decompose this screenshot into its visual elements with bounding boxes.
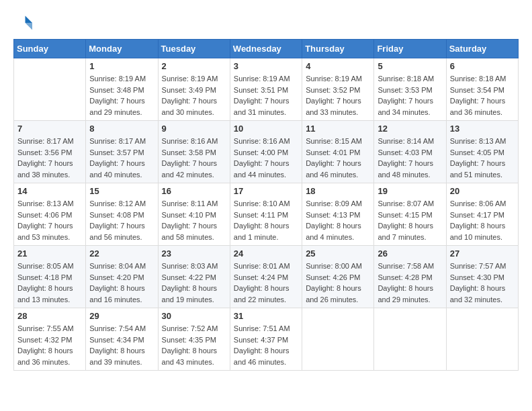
day-info: Sunrise: 8:18 AMSunset: 3:54 PMDaylight:… — [450, 73, 515, 118]
day-info: Sunrise: 8:14 AMSunset: 4:03 PMDaylight:… — [378, 136, 442, 180]
day-number: 3 — [234, 61, 298, 71]
day-number: 22 — [89, 248, 154, 259]
day-number: 28 — [17, 311, 82, 321]
calendar-cell: 22Sunrise: 8:04 AMSunset: 4:20 PMDayligh… — [86, 246, 158, 308]
day-info: Sunrise: 8:13 AMSunset: 4:06 PMDaylight:… — [17, 198, 82, 242]
day-info: Sunrise: 7:54 AMSunset: 4:34 PMDaylight:… — [89, 323, 154, 367]
calendar-cell: 2Sunrise: 8:19 AMSunset: 3:49 PMDaylight… — [158, 58, 230, 121]
calendar-cell: 19Sunrise: 8:07 AMSunset: 4:15 PMDayligh… — [374, 183, 446, 246]
logo-icon — [13, 13, 32, 32]
day-number: 1 — [89, 61, 154, 71]
calendar-cell: 14Sunrise: 8:13 AMSunset: 4:06 PMDayligh… — [14, 183, 86, 246]
calendar-cell: 21Sunrise: 8:05 AMSunset: 4:18 PMDayligh… — [14, 246, 86, 308]
day-info: Sunrise: 8:16 AMSunset: 4:00 PMDaylight:… — [234, 136, 298, 180]
day-number: 5 — [378, 61, 442, 71]
day-number: 19 — [378, 186, 442, 196]
calendar-cell: 8Sunrise: 8:17 AMSunset: 3:57 PMDaylight… — [86, 121, 158, 183]
day-number: 6 — [450, 61, 515, 71]
calendar-cell: 9Sunrise: 8:16 AMSunset: 3:58 PMDaylight… — [158, 121, 230, 183]
day-info: Sunrise: 8:17 AMSunset: 3:56 PMDaylight:… — [17, 136, 82, 180]
day-number: 31 — [234, 311, 298, 321]
calendar-cell: 4Sunrise: 8:19 AMSunset: 3:52 PMDaylight… — [302, 58, 374, 121]
page-header — [13, 13, 519, 32]
day-info: Sunrise: 8:19 AMSunset: 3:49 PMDaylight:… — [162, 73, 226, 118]
day-info: Sunrise: 8:07 AMSunset: 4:15 PMDaylight:… — [378, 198, 442, 242]
day-number: 2 — [162, 61, 226, 71]
day-info: Sunrise: 7:55 AMSunset: 4:32 PMDaylight:… — [17, 323, 82, 367]
logo — [13, 13, 35, 32]
calendar-cell: 26Sunrise: 7:58 AMSunset: 4:28 PMDayligh… — [374, 246, 446, 308]
day-info: Sunrise: 8:16 AMSunset: 3:58 PMDaylight:… — [162, 136, 226, 180]
day-number: 26 — [378, 248, 442, 259]
calendar-cell: 17Sunrise: 8:10 AMSunset: 4:11 PMDayligh… — [230, 183, 302, 246]
day-number: 17 — [234, 186, 298, 196]
calendar-week-4: 21Sunrise: 8:05 AMSunset: 4:18 PMDayligh… — [14, 246, 519, 308]
day-header-thursday: Thursday — [302, 40, 374, 58]
day-info: Sunrise: 8:05 AMSunset: 4:18 PMDaylight:… — [17, 261, 82, 305]
calendar-cell: 16Sunrise: 8:11 AMSunset: 4:10 PMDayligh… — [158, 183, 230, 246]
day-header-saturday: Saturday — [446, 40, 518, 58]
calendar-week-1: 1Sunrise: 8:19 AMSunset: 3:48 PMDaylight… — [14, 58, 519, 121]
day-header-tuesday: Tuesday — [158, 40, 230, 58]
day-info: Sunrise: 8:00 AMSunset: 4:26 PMDaylight:… — [306, 261, 370, 305]
calendar-week-3: 14Sunrise: 8:13 AMSunset: 4:06 PMDayligh… — [14, 183, 519, 246]
calendar-cell — [302, 308, 374, 371]
calendar-cell: 23Sunrise: 8:03 AMSunset: 4:22 PMDayligh… — [158, 246, 230, 308]
day-info: Sunrise: 8:01 AMSunset: 4:24 PMDaylight:… — [234, 261, 298, 305]
calendar-cell: 20Sunrise: 8:06 AMSunset: 4:17 PMDayligh… — [446, 183, 518, 246]
day-number: 23 — [162, 248, 226, 259]
calendar-cell: 30Sunrise: 7:52 AMSunset: 4:35 PMDayligh… — [158, 308, 230, 371]
day-info: Sunrise: 8:19 AMSunset: 3:48 PMDaylight:… — [89, 73, 154, 118]
day-info: Sunrise: 8:13 AMSunset: 4:05 PMDaylight:… — [450, 136, 515, 180]
day-number: 10 — [234, 124, 298, 134]
day-header-friday: Friday — [374, 40, 446, 58]
calendar-cell: 5Sunrise: 8:18 AMSunset: 3:53 PMDaylight… — [374, 58, 446, 121]
day-number: 12 — [378, 124, 442, 134]
day-info: Sunrise: 8:11 AMSunset: 4:10 PMDaylight:… — [162, 198, 226, 242]
calendar-cell: 28Sunrise: 7:55 AMSunset: 4:32 PMDayligh… — [14, 308, 86, 371]
calendar-table: SundayMondayTuesdayWednesdayThursdayFrid… — [13, 39, 519, 371]
calendar-cell: 24Sunrise: 8:01 AMSunset: 4:24 PMDayligh… — [230, 246, 302, 308]
day-info: Sunrise: 8:10 AMSunset: 4:11 PMDaylight:… — [234, 198, 298, 242]
calendar-cell: 31Sunrise: 7:51 AMSunset: 4:37 PMDayligh… — [230, 308, 302, 371]
calendar-cell: 1Sunrise: 8:19 AMSunset: 3:48 PMDaylight… — [86, 58, 158, 121]
calendar-cell: 27Sunrise: 7:57 AMSunset: 4:30 PMDayligh… — [446, 246, 518, 308]
day-info: Sunrise: 8:17 AMSunset: 3:57 PMDaylight:… — [89, 136, 154, 180]
day-number: 11 — [306, 124, 370, 134]
day-number: 14 — [17, 186, 82, 196]
calendar-cell: 3Sunrise: 8:19 AMSunset: 3:51 PMDaylight… — [230, 58, 302, 121]
calendar-week-5: 28Sunrise: 7:55 AMSunset: 4:32 PMDayligh… — [14, 308, 519, 371]
day-info: Sunrise: 8:19 AMSunset: 3:51 PMDaylight:… — [234, 73, 298, 118]
day-info: Sunrise: 8:15 AMSunset: 4:01 PMDaylight:… — [306, 136, 370, 180]
calendar-cell — [446, 308, 518, 371]
calendar-cell: 29Sunrise: 7:54 AMSunset: 4:34 PMDayligh… — [86, 308, 158, 371]
day-number: 8 — [89, 124, 154, 134]
day-number: 24 — [234, 248, 298, 259]
day-info: Sunrise: 7:57 AMSunset: 4:30 PMDaylight:… — [450, 261, 515, 305]
calendar-cell — [374, 308, 446, 371]
day-info: Sunrise: 8:06 AMSunset: 4:17 PMDaylight:… — [450, 198, 515, 242]
svg-marker-0 — [26, 16, 33, 24]
day-number: 30 — [162, 311, 226, 321]
day-info: Sunrise: 8:04 AMSunset: 4:20 PMDaylight:… — [89, 261, 154, 305]
day-info: Sunrise: 8:12 AMSunset: 4:08 PMDaylight:… — [89, 198, 154, 242]
day-number: 20 — [450, 186, 515, 196]
calendar-cell: 7Sunrise: 8:17 AMSunset: 3:56 PMDaylight… — [14, 121, 86, 183]
day-info: Sunrise: 8:19 AMSunset: 3:52 PMDaylight:… — [306, 73, 370, 118]
day-number: 13 — [450, 124, 515, 134]
day-header-sunday: Sunday — [14, 40, 86, 58]
day-number: 15 — [89, 186, 154, 196]
calendar-cell: 12Sunrise: 8:14 AMSunset: 4:03 PMDayligh… — [374, 121, 446, 183]
day-info: Sunrise: 8:03 AMSunset: 4:22 PMDaylight:… — [162, 261, 226, 305]
calendar-cell: 6Sunrise: 8:18 AMSunset: 3:54 PMDaylight… — [446, 58, 518, 121]
calendar-header-row: SundayMondayTuesdayWednesdayThursdayFrid… — [14, 40, 519, 58]
day-number: 7 — [17, 124, 82, 134]
day-number: 4 — [306, 61, 370, 71]
day-number: 27 — [450, 248, 515, 259]
day-info: Sunrise: 7:51 AMSunset: 4:37 PMDaylight:… — [234, 323, 298, 367]
calendar-cell: 15Sunrise: 8:12 AMSunset: 4:08 PMDayligh… — [86, 183, 158, 246]
calendar-week-2: 7Sunrise: 8:17 AMSunset: 3:56 PMDaylight… — [14, 121, 519, 183]
day-info: Sunrise: 7:58 AMSunset: 4:28 PMDaylight:… — [378, 261, 442, 305]
day-info: Sunrise: 7:52 AMSunset: 4:35 PMDaylight:… — [162, 323, 226, 367]
day-number: 21 — [17, 248, 82, 259]
